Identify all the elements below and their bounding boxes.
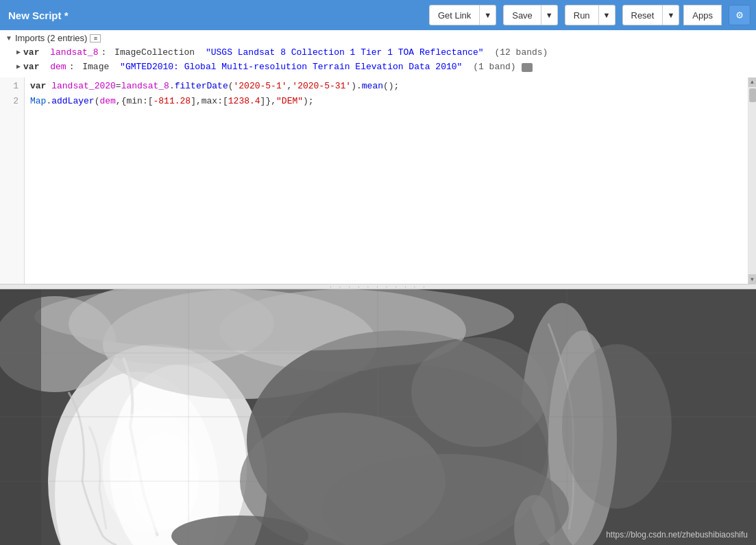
dem-import-row: ▶ var dem : Image "GMTED2010: Global Mul… bbox=[16, 60, 751, 75]
get-link-dropdown[interactable]: ▼ bbox=[480, 5, 496, 25]
line1-mean: mean bbox=[362, 79, 383, 94]
line2-max-val: 1238.4 bbox=[228, 94, 260, 109]
settings-button[interactable]: ⚙ bbox=[729, 5, 751, 25]
gear-icon: ⚙ bbox=[736, 8, 743, 22]
landsat-type: ImageCollection bbox=[114, 46, 195, 60]
svg-point-23 bbox=[562, 344, 672, 509]
line-num-2: 2 bbox=[5, 94, 19, 109]
scroll-down-arrow[interactable]: ▼ bbox=[748, 274, 757, 284]
line2-comma2: , bbox=[196, 94, 202, 109]
line2-min-val: -811.28 bbox=[154, 94, 191, 109]
line2-min-kw: min: bbox=[126, 94, 147, 109]
scroll-track bbox=[749, 87, 756, 274]
line1-dot2: . bbox=[356, 79, 362, 94]
line1-comma: , bbox=[287, 79, 293, 94]
line1-eq: = bbox=[116, 79, 121, 94]
line1-src: landsat_8 bbox=[121, 79, 169, 94]
dem-visualization bbox=[0, 289, 756, 545]
svg-point-22 bbox=[411, 337, 548, 447]
get-link-group: Get Link ▼ bbox=[429, 5, 496, 25]
line1-dot1: . bbox=[169, 79, 175, 94]
line2-brace2: } bbox=[265, 94, 271, 109]
code-line-1: var landsat_2020 = landsat_8 . filterDat… bbox=[30, 79, 742, 94]
dem-var-kw: var bbox=[23, 60, 39, 75]
line2-br4: ] bbox=[260, 94, 266, 109]
url-attribution: https://blog.csdn.net/zhebushibiaoshifu bbox=[606, 530, 748, 540]
reset-group: Reset ▼ bbox=[622, 5, 680, 25]
imports-list-icon: ≡ bbox=[90, 34, 101, 43]
run-dropdown[interactable]: ▼ bbox=[599, 5, 615, 25]
scroll-up-arrow[interactable]: ▲ bbox=[748, 77, 757, 87]
imports-label: Imports (2 entries) bbox=[15, 33, 87, 43]
line1-varname: landsat_2020 bbox=[51, 79, 116, 94]
line2-addlayer: addLayer bbox=[51, 94, 94, 109]
scroll-thumb[interactable] bbox=[749, 88, 756, 102]
line1-filterdate: filterDate bbox=[175, 79, 228, 94]
code-area: 1 2 var landsat_2020 = landsat_8 . filte… bbox=[0, 77, 756, 284]
run-button[interactable]: Run bbox=[565, 5, 599, 25]
dem-colon: : bbox=[69, 60, 80, 75]
line2-br3: [ bbox=[223, 94, 228, 109]
reset-button[interactable]: Reset bbox=[622, 5, 663, 25]
imports-bar: ▼ Imports (2 entries) ≡ bbox=[0, 30, 756, 46]
svg-rect-20 bbox=[0, 289, 41, 545]
line2-dot: . bbox=[46, 94, 51, 109]
save-button[interactable]: Save bbox=[503, 5, 541, 25]
line2-br1: [ bbox=[148, 94, 154, 109]
get-link-button[interactable]: Get Link bbox=[429, 5, 480, 25]
imports-text: Imports (2 entries) bbox=[15, 33, 87, 43]
line1-parens: (); bbox=[383, 79, 399, 94]
line-numbers: 1 2 bbox=[0, 77, 25, 284]
map-area[interactable]: https://blog.csdn.net/zhebushibiaoshifu bbox=[0, 289, 756, 545]
code-editor: ▼ Imports (2 entries) ≡ ▶ var landsat_8 … bbox=[0, 30, 756, 284]
run-group: Run ▼ bbox=[565, 5, 615, 25]
landsat-dataset-string: "USGS Landsat 8 Collection 1 Tier 1 TOA … bbox=[206, 46, 484, 60]
script-title: New Script * bbox=[5, 10, 422, 21]
line1-var: var bbox=[30, 79, 46, 94]
line-num-1: 1 bbox=[5, 79, 19, 94]
landsat-colon: : bbox=[101, 46, 112, 60]
dem-band-comment: (1 band) bbox=[473, 60, 515, 75]
apps-button[interactable]: Apps bbox=[683, 5, 722, 25]
landsat-import-row: ▶ var landsat_8 : ImageCollection "USGS … bbox=[16, 46, 751, 60]
line2-comma3: , bbox=[271, 94, 276, 109]
line2-br2: ] bbox=[191, 94, 196, 109]
line2-max-kw: max: bbox=[202, 94, 223, 109]
line2-close: ); bbox=[303, 94, 314, 109]
line1-paren1: ( bbox=[228, 79, 234, 94]
line2-map: Map bbox=[30, 94, 46, 109]
landsat-var-kw: var bbox=[23, 46, 39, 60]
reset-dropdown[interactable]: ▼ bbox=[663, 5, 679, 25]
imports-collapse-arrow[interactable]: ▼ bbox=[5, 34, 12, 42]
landsat-separator bbox=[42, 46, 47, 60]
code-content[interactable]: var landsat_2020 = landsat_8 . filterDat… bbox=[25, 77, 748, 284]
line2-brace1: { bbox=[121, 94, 127, 109]
dem-expand-arrow[interactable]: ▶ bbox=[16, 62, 21, 73]
dem-dataset-string: "GMTED2010: Global Multi-resolution Terr… bbox=[120, 60, 462, 75]
line1-str2: '2020-5-31' bbox=[292, 79, 351, 94]
save-dropdown[interactable]: ▼ bbox=[541, 5, 558, 25]
landsat-var-name: landsat_8 bbox=[50, 46, 98, 60]
dem-var-name: dem bbox=[50, 60, 66, 75]
vertical-scrollbar[interactable]: ▲ ▼ bbox=[748, 77, 756, 284]
toolbar: New Script * Get Link ▼ Save ▼ Run ▼ Res… bbox=[0, 0, 756, 30]
line1-str1: '2020-5-1' bbox=[234, 79, 287, 94]
line2-paren1: ( bbox=[95, 94, 100, 109]
save-group: Save ▼ bbox=[503, 5, 558, 25]
landsat-expand-arrow[interactable]: ▶ bbox=[16, 47, 21, 58]
dem-type: Image bbox=[82, 60, 109, 75]
line1-paren2: ) bbox=[351, 79, 356, 94]
code-line-2: Map . addLayer ( dem , { min: [ -811.28 … bbox=[30, 94, 742, 109]
line2-dem: dem bbox=[99, 94, 115, 109]
camera-icon[interactable] bbox=[522, 63, 533, 72]
line2-comma1: , bbox=[116, 94, 121, 109]
line2-dem-label: "DEM" bbox=[276, 94, 303, 109]
imports-details: ▶ var landsat_8 : ImageCollection "USGS … bbox=[0, 46, 756, 77]
landsat-bands-comment: (12 bands) bbox=[494, 46, 548, 60]
resize-handle[interactable]: · · · · · · · · · · · bbox=[0, 284, 756, 289]
